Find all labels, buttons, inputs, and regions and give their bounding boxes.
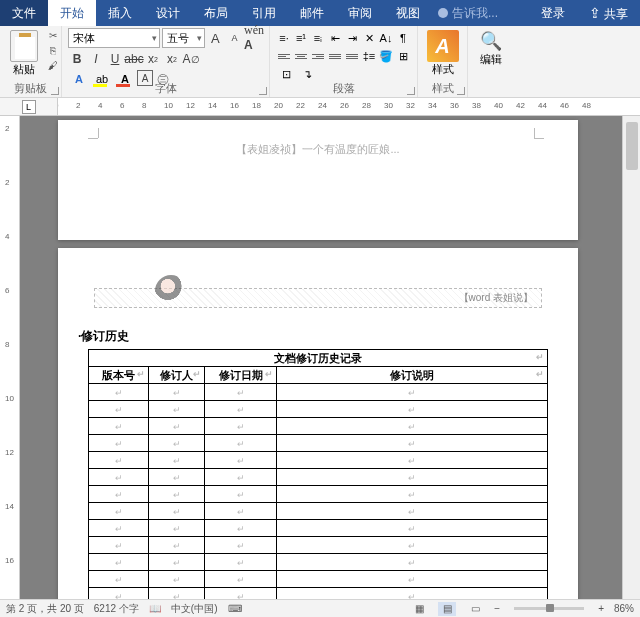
align-left-button[interactable] [276, 48, 292, 64]
subscript-button[interactable]: x2 [144, 50, 162, 68]
table-cell[interactable]: ↵ [149, 401, 205, 418]
table-cell[interactable]: ↵ [205, 486, 277, 503]
table-header[interactable]: 修订人↵ [149, 367, 205, 384]
table-cell[interactable]: ↵ [89, 588, 149, 600]
cut-button[interactable]: ✂ [44, 28, 62, 42]
page-indicator[interactable]: 第 2 页，共 20 页 [6, 602, 84, 616]
paragraph-dialog-launcher[interactable] [407, 87, 415, 95]
section-heading[interactable]: ·修订历史 [78, 328, 568, 345]
tab-selector[interactable]: L [22, 100, 36, 114]
table-cell[interactable]: ↵ [89, 401, 149, 418]
zoom-out-button[interactable]: − [494, 603, 500, 614]
paste-button[interactable]: 粘贴 [6, 28, 42, 79]
tab-home[interactable]: 开始 [48, 0, 96, 26]
share-button[interactable]: ⇪ 共享 [577, 0, 640, 26]
styles-dialog-launcher[interactable] [457, 87, 465, 95]
table-cell[interactable]: ↵ [149, 588, 205, 600]
decrease-indent-button[interactable]: ⇤ [327, 30, 343, 46]
table-cell[interactable]: ↵ [149, 469, 205, 486]
align-center-button[interactable] [293, 48, 309, 64]
read-mode-button[interactable]: ▦ [410, 602, 428, 616]
grow-font-button[interactable]: A [207, 29, 224, 47]
web-layout-button[interactable]: ▭ [466, 602, 484, 616]
tab-review[interactable]: 审阅 [336, 0, 384, 26]
table-row[interactable]: ↵↵↵↵ [89, 384, 548, 401]
italic-button[interactable]: I [87, 50, 105, 68]
table-cell[interactable]: ↵ [149, 520, 205, 537]
table-cell[interactable]: ↵ [205, 435, 277, 452]
table-cell[interactable]: ↵ [89, 435, 149, 452]
zoom-in-button[interactable]: + [598, 603, 604, 614]
table-cell[interactable]: ↵ [89, 537, 149, 554]
show-marks-button[interactable]: ¶ [395, 30, 411, 46]
table-cell[interactable]: ↵ [149, 537, 205, 554]
table-cell[interactable]: ↵ [149, 452, 205, 469]
tab-mail[interactable]: 邮件 [288, 0, 336, 26]
styles-button[interactable]: A 样式 [424, 28, 461, 79]
table-cell[interactable]: ↵ [89, 571, 149, 588]
numbering-button[interactable]: ≡¹ [293, 30, 309, 46]
clipboard-dialog-launcher[interactable] [51, 87, 59, 95]
table-cell[interactable]: ↵ [89, 418, 149, 435]
copy-button[interactable]: ⎘ [44, 43, 62, 57]
table-row[interactable]: ↵↵↵↵ [89, 452, 548, 469]
sort-button[interactable]: A↓ [378, 30, 394, 46]
table-row[interactable]: ↵↵↵↵ [89, 554, 548, 571]
text-direction-button[interactable]: ↴ [297, 66, 317, 82]
underline-button[interactable]: U [106, 50, 124, 68]
table-cell[interactable]: ↵ [149, 418, 205, 435]
table-cell[interactable]: ↵ [277, 384, 548, 401]
language-indicator[interactable]: 中文(中国) [171, 602, 218, 616]
table-row[interactable]: ↵↵↵↵ [89, 503, 548, 520]
vertical-scrollbar[interactable] [622, 116, 640, 599]
table-cell[interactable]: ↵ [149, 435, 205, 452]
scrollbar-thumb[interactable] [626, 122, 638, 170]
font-name-combo[interactable]: 宋体 [68, 28, 160, 48]
bold-button[interactable]: B [68, 50, 86, 68]
shrink-font-button[interactable]: A [226, 29, 243, 47]
font-size-combo[interactable]: 五号 [162, 28, 205, 48]
editing-button[interactable]: 🔍 编辑 [474, 28, 508, 69]
tab-file[interactable]: 文件 [0, 0, 48, 26]
table-cell[interactable]: ↵ [89, 469, 149, 486]
justify-button[interactable] [327, 48, 343, 64]
table-cell[interactable]: ↵ [205, 537, 277, 554]
spellcheck-icon[interactable]: 📖 [149, 603, 161, 614]
table-cell[interactable]: ↵ [205, 418, 277, 435]
insert-mode-icon[interactable]: ⌨ [228, 603, 242, 614]
table-cell[interactable]: ↵ [205, 503, 277, 520]
table-row[interactable]: ↵↵↵↵ [89, 571, 548, 588]
table-title[interactable]: 文档修订历史记录↵ [89, 350, 548, 367]
table-row[interactable]: ↵↵↵↵ [89, 418, 548, 435]
table-row[interactable]: ↵↵↵↵ [89, 588, 548, 600]
table-cell[interactable]: ↵ [277, 588, 548, 600]
table-cell[interactable]: ↵ [89, 452, 149, 469]
table-cell[interactable]: ↵ [277, 469, 548, 486]
table-cell[interactable]: ↵ [277, 503, 548, 520]
horizontal-ruler[interactable]: 0246810121416182022242628303234363840424… [58, 98, 640, 115]
table-header[interactable]: 版本号↵ [89, 367, 149, 384]
table-cell[interactable]: ↵ [277, 452, 548, 469]
table-row[interactable]: ↵↵↵↵ [89, 469, 548, 486]
strikethrough-button[interactable]: abc [125, 50, 143, 68]
format-painter-button[interactable]: 🖌 [44, 58, 62, 72]
tell-me[interactable]: 告诉我... [438, 5, 498, 22]
table-cell[interactable]: ↵ [205, 401, 277, 418]
table-cell[interactable]: ↵ [89, 486, 149, 503]
clear-formatting-button[interactable]: A∅ [182, 50, 200, 68]
font-dialog-launcher[interactable] [259, 87, 267, 95]
table-cell[interactable]: ↵ [277, 537, 548, 554]
distribute-button[interactable] [344, 48, 360, 64]
tab-insert[interactable]: 插入 [96, 0, 144, 26]
snap-button[interactable]: ⊡ [276, 66, 296, 82]
document-canvas[interactable]: 2246810121416 【表姐凌祯】一个有温度的匠娘... 【word 表姐… [0, 116, 622, 599]
table-cell[interactable]: ↵ [89, 503, 149, 520]
table-row[interactable]: ↵↵↵↵ [89, 401, 548, 418]
vertical-ruler[interactable]: 2246810121416 [0, 116, 20, 599]
table-cell[interactable]: ↵ [149, 486, 205, 503]
tab-design[interactable]: 设计 [144, 0, 192, 26]
table-cell[interactable]: ↵ [89, 520, 149, 537]
table-cell[interactable]: ↵ [149, 554, 205, 571]
borders-button[interactable]: ⊞ [395, 48, 411, 64]
align-right-button[interactable] [310, 48, 326, 64]
